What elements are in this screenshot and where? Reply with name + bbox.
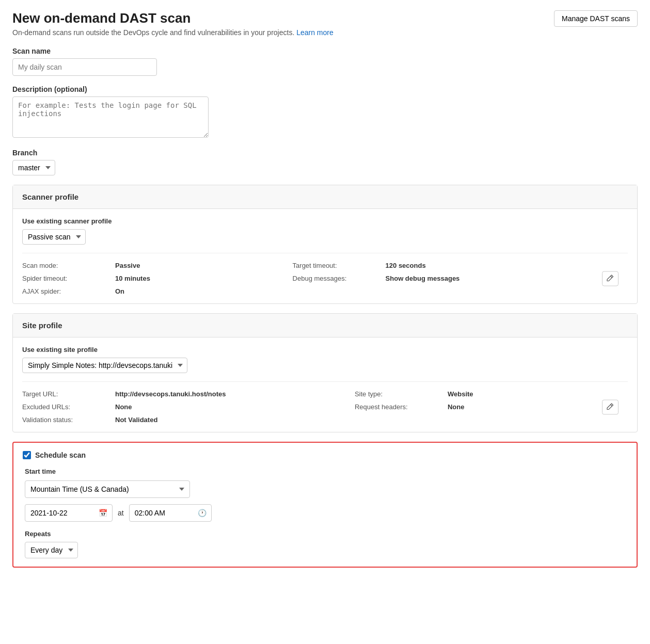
- site-profile-sub-label: Use existing site profile: [22, 346, 628, 353]
- time-input[interactable]: [129, 504, 212, 522]
- scan-name-label: Scan name: [12, 47, 638, 55]
- site-profile-edit-button[interactable]: [602, 399, 619, 414]
- manage-dast-scans-button[interactable]: Manage DAST scans: [554, 10, 638, 27]
- scanner-profile-select[interactable]: Passive scan: [22, 229, 86, 245]
- time-input-wrapper: 🕐: [129, 504, 212, 522]
- ajax-spider-value: On: [115, 287, 293, 295]
- description-input[interactable]: [12, 96, 209, 138]
- start-time-label: Start time: [25, 468, 627, 475]
- learn-more-link[interactable]: Learn more: [296, 28, 334, 37]
- excluded-urls-label: Excluded URLs:: [22, 403, 115, 411]
- request-headers-label: Request headers:: [355, 403, 448, 411]
- site-profile-card-title: Site profile: [13, 314, 637, 337]
- excluded-urls-value: None: [115, 403, 355, 411]
- spider-timeout-value: 10 minutes: [115, 275, 293, 282]
- timezone-select[interactable]: Mountain Time (US & Canada): [25, 480, 190, 498]
- target-url-value: http://devsecops.tanuki.host/notes: [115, 390, 355, 398]
- scanner-profile-details: Scan mode: Passive Target timeout: 120 s…: [22, 262, 602, 295]
- page-subtitle: On-demand scans run outside the DevOps c…: [12, 28, 334, 37]
- branch-group: Branch master: [12, 149, 638, 175]
- scanner-profile-edit-button[interactable]: [602, 271, 619, 286]
- repeats-select[interactable]: Every day: [25, 542, 78, 558]
- pencil-icon: [607, 274, 614, 281]
- target-url-label: Target URL:: [22, 390, 115, 398]
- site-type-label: Site type:: [355, 390, 448, 398]
- spider-timeout-label: Spider timeout:: [22, 275, 115, 282]
- branch-select[interactable]: master: [12, 160, 55, 175]
- validation-status-label: Validation status:: [22, 416, 115, 424]
- pencil-icon: [607, 403, 614, 410]
- repeats-label: Repeats: [25, 530, 627, 538]
- scan-name-group: Scan name: [12, 47, 638, 76]
- scan-mode-value: Passive: [115, 262, 293, 269]
- site-profile-card: Site profile Use existing site profile S…: [12, 313, 638, 432]
- validation-status-value: Not Validated: [115, 416, 355, 424]
- schedule-scan-checkbox[interactable]: [23, 451, 31, 459]
- ajax-spider-label: AJAX spider:: [22, 287, 115, 295]
- at-label: at: [118, 509, 124, 517]
- datetime-row: 📅 at 🕐: [25, 504, 627, 522]
- branch-label: Branch: [12, 149, 638, 157]
- schedule-scan-title: Schedule scan: [35, 451, 86, 459]
- site-type-value: Website: [448, 390, 602, 398]
- scan-mode-label: Scan mode:: [22, 262, 115, 269]
- schedule-scan-header: Schedule scan: [23, 451, 627, 459]
- description-label: Description (optional): [12, 85, 638, 93]
- target-timeout-value: 120 seconds: [386, 262, 602, 269]
- page-title: New on-demand DAST scan: [12, 10, 334, 26]
- site-profile-select[interactable]: Simply Simple Notes: http://devsecops.ta…: [22, 358, 187, 373]
- site-profile-details: Target URL: http://devsecops.tanuki.host…: [22, 390, 602, 424]
- scan-name-input[interactable]: [12, 58, 157, 76]
- scanner-profile-card-title: Scanner profile: [13, 185, 637, 209]
- date-input[interactable]: [25, 504, 113, 522]
- target-timeout-label: Target timeout:: [293, 262, 386, 269]
- description-group: Description (optional): [12, 85, 638, 139]
- debug-messages-label: Debug messages:: [293, 275, 386, 282]
- date-input-wrapper: 📅: [25, 504, 113, 522]
- debug-messages-value: Show debug messages: [386, 275, 602, 282]
- scanner-profile-card: Scanner profile Use existing scanner pro…: [12, 185, 638, 304]
- scanner-profile-sub-label: Use existing scanner profile: [22, 217, 628, 225]
- schedule-scan-card: Schedule scan Start time Mountain Time (…: [12, 442, 638, 568]
- request-headers-value: None: [448, 403, 602, 411]
